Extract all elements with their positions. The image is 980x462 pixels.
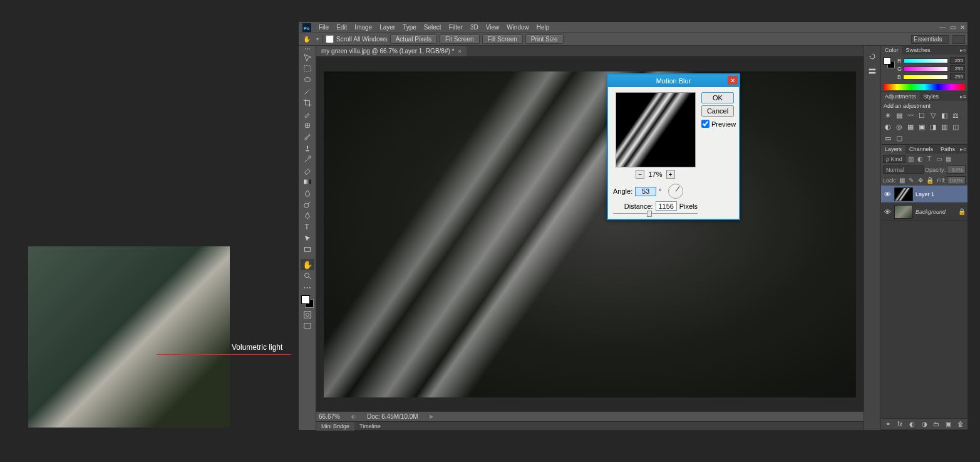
adj-selective-icon[interactable]: ▢ xyxy=(895,134,904,142)
actual-pixels-button[interactable]: Actual Pixels xyxy=(390,34,437,44)
window-close-icon[interactable]: ✕ xyxy=(957,23,967,33)
canvas-viewport[interactable] xyxy=(316,57,864,411)
layer-row[interactable]: 👁 Background 🔒 xyxy=(881,203,967,221)
adj-brightness-icon[interactable]: ☀ xyxy=(884,111,892,120)
adj-balance-icon[interactable]: ⚖ xyxy=(951,111,960,120)
adj-curves-icon[interactable]: 〰 xyxy=(906,111,915,120)
lock-transparent-icon[interactable]: ▦ xyxy=(898,176,906,184)
healing-tool-icon[interactable] xyxy=(301,120,314,131)
layer-fx-icon[interactable]: fx xyxy=(895,421,904,428)
g-slider[interactable] xyxy=(904,66,948,71)
adj-posterize-icon[interactable]: ▥ xyxy=(940,122,949,131)
move-tool-icon[interactable] xyxy=(301,52,314,63)
new-group-icon[interactable]: 🗀 xyxy=(932,421,941,428)
marquee-tool-icon[interactable] xyxy=(301,63,314,75)
status-zoom[interactable]: 66.67% xyxy=(319,413,340,420)
fill-screen-button[interactable]: Fill Screen xyxy=(482,34,523,44)
layer-row[interactable]: 👁 Layer 1 xyxy=(881,186,967,203)
menu-help[interactable]: Help xyxy=(533,24,554,31)
b-value[interactable]: 255 xyxy=(950,73,965,80)
zoom-in-icon[interactable]: + xyxy=(666,170,675,179)
cancel-button[interactable]: Cancel xyxy=(701,105,734,117)
tab-timeline[interactable]: Timeline xyxy=(354,422,386,431)
angle-dial[interactable] xyxy=(668,184,683,199)
fit-screen-button[interactable]: Fit Screen xyxy=(440,34,480,44)
tab-swatches[interactable]: Swatches xyxy=(902,46,934,55)
menu-type[interactable]: Type xyxy=(399,24,420,31)
adj-vibrance-icon[interactable]: ▽ xyxy=(929,111,937,120)
eye-icon[interactable]: 👁 xyxy=(883,191,892,198)
r-value[interactable]: 255 xyxy=(950,57,965,64)
adj-threshold-icon[interactable]: ◫ xyxy=(951,122,960,131)
edit-toolbar-icon[interactable]: ⋯ xyxy=(301,281,314,293)
filter-pixel-icon[interactable]: ▧ xyxy=(907,155,915,163)
workspace-selector[interactable]: Essentials xyxy=(911,35,949,44)
menu-view[interactable]: View xyxy=(482,24,503,31)
adj-mixer-icon[interactable]: ▦ xyxy=(906,122,915,131)
menu-edit[interactable]: Edit xyxy=(333,24,351,31)
layer-thumbnail[interactable] xyxy=(894,205,913,219)
b-slider[interactable] xyxy=(903,75,948,80)
adj-lookup-icon[interactable]: ▣ xyxy=(917,122,926,131)
gradient-tool-icon[interactable] xyxy=(301,176,314,187)
eraser-tool-icon[interactable] xyxy=(301,165,314,176)
layer-name[interactable]: Layer 1 xyxy=(916,191,966,197)
menu-3d[interactable]: 3D xyxy=(467,24,482,31)
zoom-out-icon[interactable]: − xyxy=(636,170,644,179)
status-doc-size[interactable]: Doc: 6.45M/10.0M xyxy=(367,413,418,420)
screen-mode-icon[interactable] xyxy=(301,320,314,332)
shape-tool-icon[interactable] xyxy=(301,244,314,255)
stamp-tool-icon[interactable] xyxy=(301,142,314,154)
foreground-background-swatches[interactable] xyxy=(300,294,315,309)
crop-tool-icon[interactable] xyxy=(301,97,314,108)
zoom-tool-icon[interactable] xyxy=(301,270,314,281)
layer-mask-icon[interactable]: ◐ xyxy=(908,421,916,428)
panel-menu-icon[interactable]: ▸≡ xyxy=(959,146,967,152)
delete-layer-icon[interactable]: 🗑 xyxy=(957,421,965,428)
filter-adjust-icon[interactable]: ◐ xyxy=(916,155,924,163)
type-tool-icon[interactable]: T xyxy=(301,221,314,233)
quickmask-icon[interactable] xyxy=(301,309,314,320)
adj-hue-icon[interactable]: ◧ xyxy=(940,111,949,120)
filter-type-icon[interactable]: T xyxy=(926,155,934,163)
workspace-menu-icon[interactable] xyxy=(952,35,965,44)
panel-menu-icon[interactable]: ▸≡ xyxy=(959,93,967,100)
history-brush-tool-icon[interactable] xyxy=(301,154,314,165)
adj-bw-icon[interactable]: ◐ xyxy=(884,122,892,131)
tab-channels[interactable]: Channels xyxy=(905,145,937,154)
layer-thumbnail[interactable] xyxy=(894,187,913,201)
adj-exposure-icon[interactable]: ☐ xyxy=(917,111,926,120)
tab-mini-bridge[interactable]: Mini Bridge xyxy=(316,422,354,431)
hand-tool-strip-icon[interactable]: ✋ xyxy=(301,259,314,270)
eyedropper-tool-icon[interactable] xyxy=(301,108,314,120)
g-value[interactable]: 255 xyxy=(950,65,965,72)
adj-gradient-map-icon[interactable]: ▭ xyxy=(884,134,892,142)
wand-tool-icon[interactable] xyxy=(301,86,314,97)
brush-tool-icon[interactable] xyxy=(301,131,314,142)
opacity-value[interactable]: 84% xyxy=(947,165,966,174)
blend-mode-dropdown[interactable]: Normal xyxy=(883,165,924,174)
panel-menu-icon[interactable]: ▸≡ xyxy=(959,47,967,53)
distance-slider[interactable] xyxy=(613,213,698,214)
properties-panel-icon[interactable] xyxy=(867,66,878,77)
document-tab[interactable]: my green villa.jpg @ 66.7% (Layer 1, RGB… xyxy=(316,46,467,56)
menu-window[interactable]: Window xyxy=(503,24,533,31)
layer-name[interactable]: Background xyxy=(916,209,956,215)
adj-invert-icon[interactable]: ◨ xyxy=(929,122,937,131)
motion-blur-dialog[interactable]: Motion Blur ✕ − 17% + Angle: ° Distance: xyxy=(607,73,740,220)
window-minimize-icon[interactable]: — xyxy=(937,23,947,33)
dialog-close-icon[interactable]: ✕ xyxy=(728,76,738,85)
dodge-tool-icon[interactable] xyxy=(301,199,314,210)
ok-button[interactable]: OK xyxy=(701,92,734,103)
fill-value[interactable]: 100% xyxy=(947,176,966,184)
close-tab-icon[interactable]: × xyxy=(458,48,461,55)
r-slider[interactable] xyxy=(904,58,949,63)
dialog-preview[interactable] xyxy=(616,92,696,167)
tab-adjustments[interactable]: Adjustments xyxy=(881,92,920,101)
pen-tool-icon[interactable] xyxy=(301,210,314,221)
tab-paths[interactable]: Paths xyxy=(937,145,959,154)
filter-shape-icon[interactable]: ▭ xyxy=(935,155,943,163)
filter-smart-icon[interactable]: ▦ xyxy=(944,155,952,163)
status-doc-indicator-icon[interactable]: ◐ xyxy=(351,414,356,419)
new-layer-icon[interactable]: ▣ xyxy=(944,421,952,428)
